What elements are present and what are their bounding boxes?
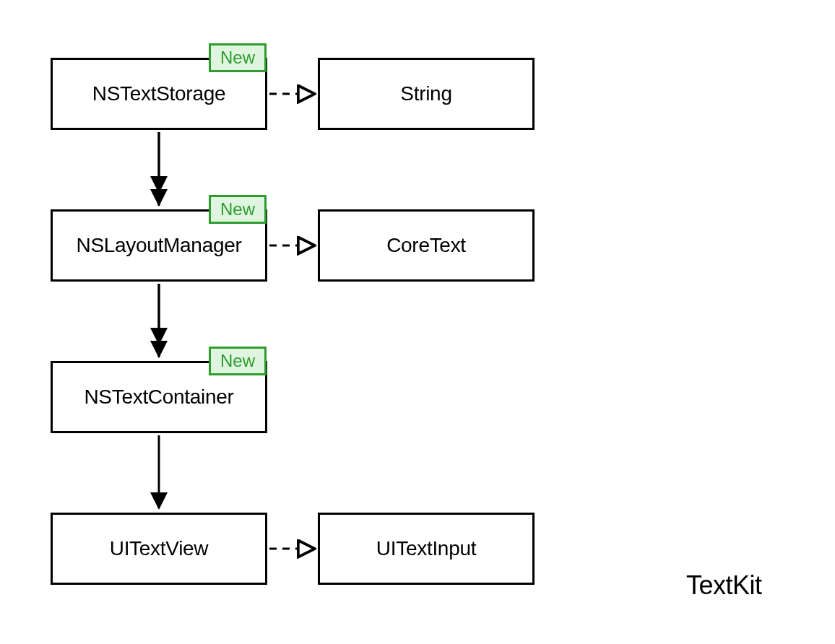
box-label: NSTextStorage — [92, 82, 225, 105]
diagram-title: TextKit — [686, 570, 762, 601]
box-string: String — [318, 58, 535, 130]
title-text: TextKit — [686, 570, 762, 600]
badge-label: New — [220, 351, 255, 371]
badge-new: New — [209, 347, 267, 375]
badge-label: New — [220, 199, 255, 219]
box-label: NSTextContainer — [84, 386, 233, 409]
box-label: UITextView — [110, 537, 209, 560]
box-label: UITextInput — [376, 537, 476, 560]
box-label: CoreText — [386, 234, 466, 257]
diagram-container: NSTextStorage New String NSLayoutManager… — [0, 0, 835, 644]
box-uitextinput: UITextInput — [318, 513, 535, 585]
box-label: NSLayoutManager — [77, 234, 242, 257]
box-coretext: CoreText — [318, 209, 535, 282]
badge-new: New — [209, 195, 267, 224]
badge-label: New — [220, 48, 255, 68]
box-label: String — [400, 82, 451, 105]
badge-new: New — [209, 43, 267, 72]
box-uitextview: UITextView — [51, 513, 267, 585]
